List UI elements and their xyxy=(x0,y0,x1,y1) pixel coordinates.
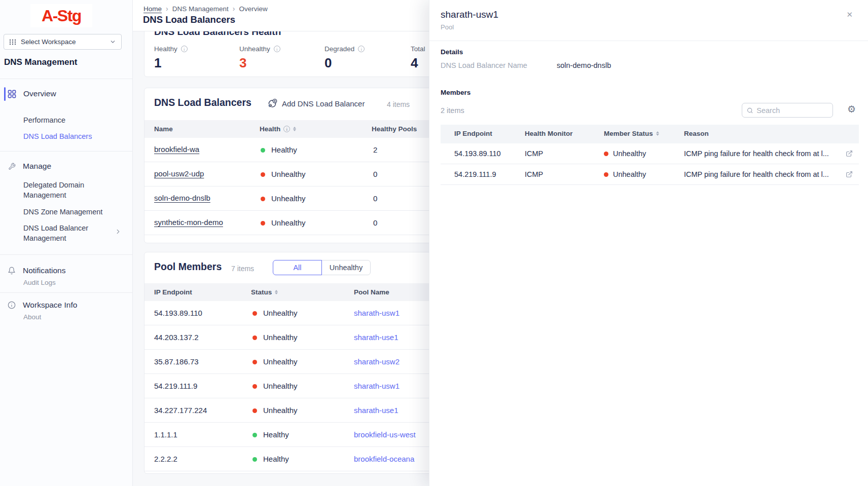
table-row[interactable]: 54.193.89.110 ICMP Unhealthy ICMP ping f… xyxy=(441,143,859,164)
member-search xyxy=(742,103,833,118)
members-heading: Members xyxy=(441,89,471,96)
lb-name-link[interactable]: pool-usw2-udp xyxy=(154,169,204,178)
table-row[interactable]: 54.219.111.9 ICMP Unhealthy ICMP ping fa… xyxy=(441,164,859,185)
column-header-health[interactable]: Health i xyxy=(260,125,296,133)
info-icon[interactable]: i xyxy=(358,46,365,52)
add-dns-load-balancer-button[interactable]: 8 Add DNS Load Balancer xyxy=(267,98,365,108)
sidebar-item-dns-load-balancers[interactable]: DNS Load Balancers xyxy=(23,131,92,141)
search-input[interactable] xyxy=(756,106,828,115)
pool-name-link[interactable]: brookfield-oceana xyxy=(354,455,414,463)
sidebar-item-label: Notifications xyxy=(23,266,65,275)
column-header-member-status[interactable]: Member Status xyxy=(604,130,659,137)
divider xyxy=(0,79,133,79)
sidebar-item-manage[interactable]: Manage xyxy=(8,159,51,173)
status-filter-tabs: All Unhealthy xyxy=(273,260,371,275)
info-icon[interactable]: i xyxy=(181,46,188,52)
breadcrumb-home[interactable]: Home xyxy=(143,5,162,13)
health-status-text: Unhealthy xyxy=(271,170,306,178)
pool-name-link[interactable]: sharath-usw1 xyxy=(354,309,400,317)
reason-text: ICMP ping failure for health check from … xyxy=(684,170,829,178)
health-status-dot xyxy=(261,197,265,201)
sidebar-item-dns-zone-management[interactable]: DNS Zone Management xyxy=(23,207,102,217)
status-dot xyxy=(252,360,257,364)
healthy-pools-count: 0 xyxy=(373,218,377,227)
ip-endpoint: 54.219.111.9 xyxy=(154,382,197,390)
sidebar-item-dns-load-balancer-management[interactable]: DNS Load Balancer Management xyxy=(23,223,104,243)
panel-subtitle: Pool xyxy=(441,23,454,31)
column-header-healthy-pools[interactable]: Healthy Pools xyxy=(372,125,417,133)
app-logo[interactable]: A-Stg xyxy=(30,4,92,27)
field-value: soln-demo-dnslb xyxy=(557,61,611,69)
page-title: DNS Load Balancers xyxy=(143,14,235,25)
external-link-icon[interactable] xyxy=(846,171,853,178)
panel-title: sharath-usw1 xyxy=(441,9,498,20)
health-status-dot xyxy=(261,148,265,153)
lb-name-link[interactable]: brookfield-wa xyxy=(154,145,199,154)
chevron-right-icon[interactable] xyxy=(115,228,122,235)
app-logo-text: A-Stg xyxy=(42,7,81,25)
status-text: Unhealthy xyxy=(263,382,298,390)
breadcrumb-overview[interactable]: Overview xyxy=(239,5,267,13)
member-status: Unhealthy xyxy=(604,149,646,158)
lb-card-title: DNS Load Balancers xyxy=(154,97,251,108)
sidebar-item-notifications[interactable]: Notifications xyxy=(8,264,65,278)
status-dot xyxy=(252,433,257,437)
ip-endpoint: 54.219.111.9 xyxy=(454,170,496,178)
close-icon[interactable]: ✕ xyxy=(846,10,853,19)
pool-members-title: Pool Members xyxy=(154,261,222,273)
sidebar-item-about[interactable]: About xyxy=(23,312,41,322)
sidebar-item-performance[interactable]: Performance xyxy=(23,115,65,125)
info-icon xyxy=(8,301,16,309)
column-header-pool-name[interactable]: Pool Name xyxy=(354,288,389,296)
sort-icon[interactable] xyxy=(293,127,296,131)
sidebar-item-label: Workspace Info xyxy=(23,301,77,310)
search-icon xyxy=(747,107,753,114)
chevron-right-icon: › xyxy=(166,5,168,13)
info-icon[interactable]: i xyxy=(283,126,290,132)
gear-icon[interactable]: ⚙ xyxy=(847,104,856,114)
column-header-status[interactable]: Status xyxy=(251,288,278,296)
tab-unhealthy[interactable]: Unhealthy xyxy=(321,260,371,275)
workspace-selector[interactable]: Select Workspace xyxy=(4,34,122,50)
status-dot xyxy=(252,311,257,316)
grid-dots-icon xyxy=(9,39,16,45)
info-icon[interactable]: i xyxy=(274,46,280,52)
sidebar-item-overview[interactable]: Overview xyxy=(8,86,56,101)
sort-icon[interactable] xyxy=(656,131,659,136)
pool-name-link[interactable]: sharath-usw1 xyxy=(354,382,400,390)
reason-text: ICMP ping failure for health check from … xyxy=(684,149,829,158)
sidebar-item-workspace-info[interactable]: Workspace Info xyxy=(8,298,77,312)
column-header-name[interactable]: Name xyxy=(154,125,173,133)
tab-all[interactable]: All xyxy=(273,260,322,275)
health-status-text: Unhealthy xyxy=(271,194,306,203)
health-status-dot xyxy=(261,221,265,226)
status-dot xyxy=(252,457,257,462)
column-header-reason[interactable]: Reason xyxy=(684,130,709,137)
add-button-label: Add DNS Load Balancer xyxy=(282,99,365,108)
sidebar-item-label: Manage xyxy=(23,162,51,171)
column-header-ip-endpoint[interactable]: IP Endpoint xyxy=(154,288,192,296)
pool-name-link[interactable]: sharath-usw2 xyxy=(354,357,400,366)
sort-icon[interactable] xyxy=(275,290,278,294)
healthy-pools-count: 0 xyxy=(373,170,377,178)
lb-name-link[interactable]: soln-demo-dnslb xyxy=(154,194,210,202)
status-dot xyxy=(604,152,608,156)
pool-name-link[interactable]: sharath-use1 xyxy=(354,333,399,342)
status-text: Unhealthy xyxy=(263,309,298,317)
ip-endpoint: 44.203.137.2 xyxy=(154,333,199,342)
status-dot xyxy=(252,408,257,413)
sidebar-item-audit-logs[interactable]: Audit Logs xyxy=(23,278,56,288)
pool-name-link[interactable]: sharath-use1 xyxy=(354,406,399,415)
field-label: DNS Load Balancer Name xyxy=(441,61,527,69)
pool-name-link[interactable]: brookfield-us-west xyxy=(354,430,416,439)
column-header-health-monitor[interactable]: Health Monitor xyxy=(525,130,573,137)
status-text: Unhealthy xyxy=(263,333,298,342)
external-link-icon[interactable] xyxy=(846,150,853,157)
breadcrumb: Home › DNS Management › Overview xyxy=(143,5,268,13)
breadcrumb-dns-management[interactable]: DNS Management xyxy=(172,5,229,13)
column-header-ip-endpoint[interactable]: IP Endpoint xyxy=(454,130,492,137)
sidebar-item-delegated-domain-management[interactable]: Delegated Domain Management xyxy=(23,180,107,200)
lb-name-link[interactable]: synthetic-mon-demo xyxy=(154,218,223,227)
stat-total-value: 4 xyxy=(411,55,425,71)
ip-endpoint: 1.1.1.1 xyxy=(154,430,177,439)
